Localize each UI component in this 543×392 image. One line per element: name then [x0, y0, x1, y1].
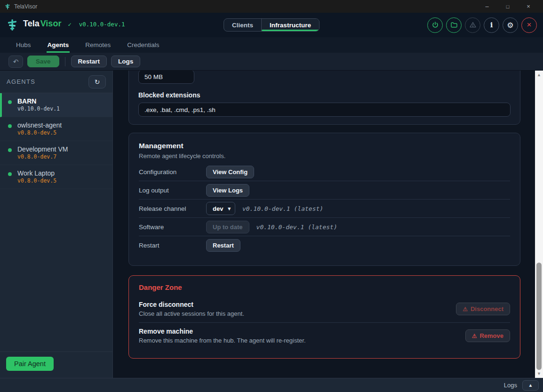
- blocked-extensions-input[interactable]: [138, 103, 511, 117]
- minimize-button[interactable]: –: [477, 0, 497, 13]
- max-size-input[interactable]: [138, 71, 194, 84]
- version-check-icon: ✓: [68, 21, 71, 28]
- agent-version: v0.8.0-dev.5: [17, 177, 107, 184]
- gear-icon: ⚙: [507, 21, 513, 30]
- release-channel-label: Release channel: [139, 205, 206, 212]
- remove-machine-desc: Remove this machine from the hub. The ag…: [139, 337, 465, 344]
- sidebar-header: AGENTS ↻: [0, 71, 112, 93]
- danger-zone-card: Danger Zone Force disconnect Close all a…: [128, 275, 520, 359]
- logs-drawer-toggle[interactable]: ▲: [522, 380, 539, 391]
- agent-name: Work Laptop: [17, 169, 107, 177]
- window-controls: – □ ×: [477, 0, 539, 13]
- power-button[interactable]: [427, 17, 443, 33]
- disconnect-button[interactable]: ⚠ Disconnect: [456, 303, 510, 315]
- maximize-button[interactable]: □: [497, 0, 518, 13]
- selected-channel: dev: [213, 205, 223, 212]
- alerts-button[interactable]: [465, 17, 480, 33]
- info-icon: i: [490, 21, 493, 29]
- folder-button[interactable]: [446, 17, 462, 33]
- online-status-dot: [8, 148, 12, 152]
- tab-hubs[interactable]: Hubs: [15, 37, 32, 53]
- warning-icon: ⚠: [463, 306, 468, 312]
- release-channel-row: Release channel dev ▾ v0.10.0-dev.1 (lat…: [139, 200, 510, 218]
- log-output-label: Log output: [139, 187, 206, 194]
- restart-label: Restart: [139, 242, 206, 249]
- restart-row: Restart Restart: [139, 236, 510, 255]
- body: AGENTS ↻ BARN v0.10.0-dev.1 owlsnest-age…: [0, 71, 543, 378]
- vertical-scrollbar[interactable]: ▲ ▼: [535, 71, 543, 378]
- configuration-row: Configuration View Config: [139, 163, 510, 181]
- online-status-dot: [8, 124, 12, 128]
- close-window-button[interactable]: ×: [518, 0, 539, 13]
- titlebar: TelaVisor – □ ×: [0, 0, 543, 13]
- danger-zone-title: Danger Zone: [139, 283, 510, 291]
- refresh-icon: ↻: [95, 78, 100, 86]
- logs-button[interactable]: Logs: [111, 56, 140, 67]
- pair-agent-button[interactable]: Pair Agent: [6, 357, 54, 371]
- app-version: v0.10.0-dev.1: [79, 21, 125, 28]
- restart-agent-button[interactable]: Restart: [71, 56, 107, 67]
- brand: Tela Visor ✓ v0.10.0-dev.1: [6, 19, 125, 31]
- brand-name-visor: Visor: [40, 19, 62, 29]
- tab-clients[interactable]: Clients: [224, 19, 261, 31]
- tab-credentials[interactable]: Credentials: [126, 37, 160, 53]
- force-disconnect-text: Force disconnect Close all active sessio…: [139, 301, 456, 317]
- info-button[interactable]: i: [484, 17, 499, 33]
- management-subtitle: Remote agent lifecycle controls.: [139, 152, 510, 160]
- section-nav: Hubs Agents Remotes Credentials: [0, 37, 543, 53]
- release-channel-select[interactable]: dev ▾: [206, 202, 235, 215]
- configuration-label: Configuration: [139, 168, 206, 176]
- agent-list-item-owlsnest[interactable]: owlsnest-agent v0.8.0-dev.5: [0, 117, 112, 141]
- force-disconnect-desc: Close all active sessions for this agent…: [139, 310, 456, 317]
- view-config-button[interactable]: View Config: [206, 166, 254, 178]
- agent-list-item-work-laptop[interactable]: Work Laptop v0.8.0-dev.5: [0, 165, 112, 189]
- exit-button[interactable]: ×: [521, 17, 537, 33]
- app-caduceus-icon: [4, 3, 11, 10]
- statusbar: Logs ▲: [0, 378, 543, 392]
- refresh-agents-button[interactable]: ↻: [88, 75, 106, 88]
- log-output-row: Log output View Logs: [139, 181, 510, 200]
- window-title: TelaVisor: [14, 3, 37, 10]
- software-note: v0.10.0-dev.1 (latest): [256, 224, 337, 231]
- tab-remotes[interactable]: Remotes: [84, 37, 112, 53]
- chevron-down-icon: ▾: [228, 206, 231, 212]
- tab-agents[interactable]: Agents: [47, 37, 70, 53]
- online-status-dot: [8, 100, 12, 104]
- sidebar-footer: Pair Agent: [0, 352, 112, 378]
- agent-list-item-barn[interactable]: BARN v0.10.0-dev.1: [0, 93, 112, 117]
- remove-button-label: Remove: [479, 332, 503, 339]
- scroll-down-arrow[interactable]: ▼: [535, 370, 543, 377]
- save-button[interactable]: Save: [27, 56, 59, 67]
- force-disconnect-title: Force disconnect: [139, 301, 456, 308]
- agent-name: Development VM: [17, 145, 107, 153]
- agent-name: owlsnest-agent: [17, 121, 107, 129]
- restart-button[interactable]: Restart: [206, 239, 240, 252]
- agent-name: BARN: [17, 97, 107, 105]
- scrollbar-thumb[interactable]: [536, 263, 542, 370]
- warning-icon: ⚠: [472, 333, 477, 339]
- app-header: Tela Visor ✓ v0.10.0-dev.1 Clients Infra…: [0, 13, 543, 37]
- agent-version: v0.10.0-dev.1: [17, 105, 107, 112]
- app-window: TelaVisor – □ × Tela Visor ✓ v0.10.0-dev…: [0, 0, 543, 392]
- blocked-extensions-label: Blocked extensions: [138, 91, 511, 99]
- scroll-up-arrow[interactable]: ▲: [535, 71, 543, 79]
- triangle-up-icon: ▲: [528, 383, 533, 388]
- agent-version: v0.8.0-dev.7: [17, 153, 107, 160]
- agent-version: v0.8.0-dev.5: [17, 129, 107, 136]
- software-label: Software: [139, 224, 206, 231]
- update-button[interactable]: Up to date: [206, 221, 249, 233]
- transfer-settings-card: Blocked extensions: [128, 71, 520, 125]
- brand-name-tela: Tela: [23, 19, 40, 29]
- view-logs-button[interactable]: View Logs: [206, 184, 249, 197]
- agent-list-item-development-vm[interactable]: Development VM v0.8.0-dev.7: [0, 141, 112, 165]
- disconnect-button-label: Disconnect: [471, 305, 503, 312]
- remove-machine-title: Remove machine: [139, 328, 465, 335]
- mode-switch: Clients Infrastructure: [224, 18, 319, 32]
- settings-button[interactable]: ⚙: [503, 17, 518, 33]
- online-status-dot: [8, 172, 12, 176]
- undo-icon: ↶: [13, 58, 19, 65]
- undo-button[interactable]: ↶: [8, 56, 23, 68]
- remove-button[interactable]: ⚠ Remove: [465, 329, 510, 342]
- tab-infrastructure[interactable]: Infrastructure: [261, 19, 319, 31]
- agents-sidebar: AGENTS ↻ BARN v0.10.0-dev.1 owlsnest-age…: [0, 71, 113, 378]
